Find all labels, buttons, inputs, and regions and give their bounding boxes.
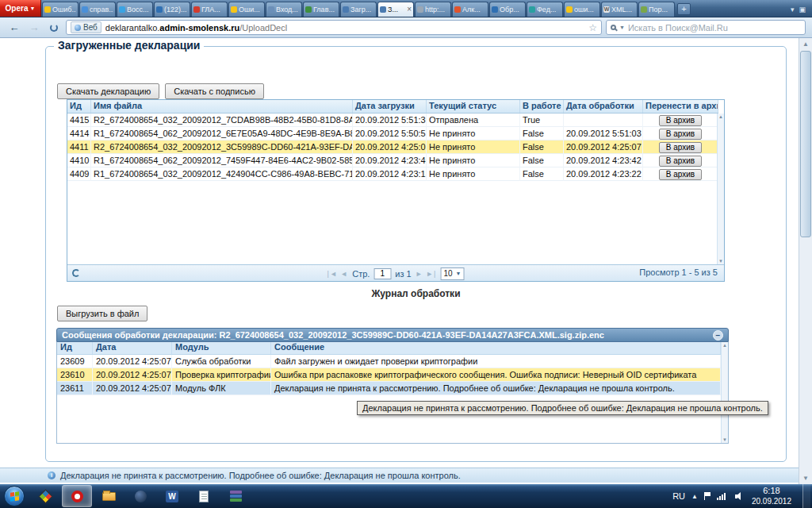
archive-button[interactable]: В архив — [659, 115, 702, 126]
scrollbar-thumb[interactable] — [800, 51, 811, 237]
column-header[interactable]: Сообщение — [271, 342, 721, 354]
opera-menu-button[interactable]: Opera ▼ — [0, 0, 41, 17]
reload-button[interactable] — [46, 20, 62, 36]
web-badge[interactable]: Веб — [71, 21, 102, 33]
language-indicator[interactable]: RU — [672, 491, 685, 501]
scroll-up-icon[interactable]: ▲ — [722, 343, 728, 348]
table-row[interactable]: 4411R2_6724008654_032_20092012_3C59989C-… — [67, 140, 718, 154]
browser-tab[interactable]: Ошиб... — [42, 2, 79, 17]
collapse-button[interactable]: − — [713, 330, 723, 341]
bookmark-star-icon[interactable]: ☆ — [588, 22, 597, 33]
scroll-down-icon[interactable]: ▼ — [718, 259, 724, 264]
scroll-down-icon[interactable]: ▼ — [799, 472, 812, 484]
page-size-select[interactable]: 10 ▼ — [440, 267, 464, 280]
browser-tab[interactable]: ГЛА... — [191, 2, 228, 17]
taskbar-item-opera[interactable] — [62, 485, 92, 507]
panels-icon[interactable]: ▣ — [799, 6, 806, 13]
hidden-icons-chevron-icon[interactable]: ▲ — [691, 493, 698, 500]
page-input[interactable] — [373, 268, 391, 279]
browser-tab[interactable]: Глав... — [303, 2, 339, 17]
column-header[interactable]: Дата загрузки — [353, 100, 427, 113]
column-header[interactable]: Ид — [67, 100, 91, 113]
column-header[interactable]: Имя файла — [91, 100, 353, 113]
column-header[interactable]: В работе — [520, 100, 564, 113]
table-row[interactable]: 4414R1_6724008654_062_20092012_6E7E05A9-… — [67, 127, 718, 140]
network-icon[interactable] — [717, 493, 726, 500]
tab-label: оши... — [574, 6, 594, 13]
cell: Не принято — [427, 127, 520, 140]
last-page-icon[interactable]: ► ►| — [416, 270, 437, 278]
scroll-up-icon[interactable]: ▲ — [799, 38, 812, 50]
column-header[interactable]: Перенести в архив — [643, 100, 718, 113]
download-signed-button[interactable]: Скачать с подписью — [165, 83, 264, 99]
start-button[interactable] — [4, 486, 25, 506]
browser-tab[interactable]: Обр... — [489, 2, 526, 17]
scroll-up-icon[interactable]: ▲ — [718, 114, 724, 119]
browser-tab[interactable]: оши... — [564, 2, 600, 17]
url-field[interactable]: Веб deklarantalko.admin-smolensk.ru/Uplo… — [66, 20, 602, 35]
column-header[interactable]: Ид — [57, 342, 93, 354]
taskbar-item-word[interactable]: W — [157, 485, 187, 507]
closed-tabs-icon[interactable]: ▾ — [791, 6, 795, 13]
clock[interactable]: 6:18 20.09.2012 — [747, 486, 796, 506]
messages-panel-title: Сообщения обработки декларации: R2_67240… — [62, 330, 713, 340]
column-header[interactable]: Дата обработки — [564, 100, 643, 113]
journal-row[interactable]: 2361120.09.2012 4:25:07Модуль ФЛКДеклара… — [57, 382, 721, 395]
archive-button[interactable]: В архив — [659, 142, 702, 153]
browser-tab[interactable]: Загр... — [340, 2, 377, 17]
column-header[interactable]: Дата — [93, 342, 172, 354]
browser-tab[interactable]: WXML... — [601, 2, 638, 17]
browser-tab[interactable]: Фед... — [527, 2, 563, 17]
pager-refresh-button[interactable] — [72, 269, 80, 277]
vertical-scrollbar[interactable]: ▲ ▼ — [799, 38, 812, 484]
taskbar-item-torrent[interactable] — [125, 485, 155, 507]
taskbar-item-document[interactable] — [189, 485, 219, 507]
search-engine-caret-icon[interactable]: ▼ — [619, 25, 625, 30]
table-row[interactable]: 4409R1_6724008654_032_20092012_424904CC-… — [67, 167, 718, 181]
cell: Ошибка при распаковке криптографического… — [271, 368, 721, 381]
table-row[interactable]: 4410R1_6724008654_062_20092012_7459F447-… — [67, 154, 718, 167]
browser-tab[interactable]: З...× — [377, 2, 414, 17]
grid-scrollbar[interactable]: ▲▼ — [717, 114, 724, 264]
journal-row[interactable]: 2361020.09.2012 4:25:07Проверка криптогр… — [57, 368, 721, 382]
export-to-file-button[interactable]: Выгрузить в файл — [57, 306, 147, 321]
scroll-down-icon[interactable]: ▼ — [722, 437, 728, 442]
new-tab-button[interactable]: + — [677, 3, 691, 15]
tab-label: Вход... — [276, 6, 298, 13]
tab-favicon-icon — [529, 6, 535, 13]
browser-tab[interactable]: http:... — [415, 2, 451, 17]
archive-button[interactable]: В архив — [659, 129, 702, 140]
web-badge-label: Веб — [83, 23, 98, 32]
browser-tab[interactable]: (122)... — [154, 2, 190, 17]
back-button[interactable]: ← — [6, 20, 22, 36]
download-declaration-button[interactable]: Скачать декларацию — [57, 83, 159, 99]
taskbar-item-explorer[interactable] — [94, 485, 124, 507]
column-header[interactable]: Модуль — [172, 342, 271, 354]
browser-tab[interactable]: Оши... — [228, 2, 265, 17]
cell: 20.09.2012 5:51:03 — [564, 127, 643, 140]
column-header[interactable]: Текущий статус — [427, 100, 520, 113]
opera-icon — [71, 491, 83, 502]
table-row[interactable]: 4415R2_6724008654_032_20092012_7CDAB98B-… — [67, 114, 718, 127]
tab-close-icon[interactable]: × — [407, 6, 412, 13]
search-input[interactable]: ▼ Искать в Поиск@Mail.Ru — [606, 20, 806, 35]
archive-button[interactable]: В архив — [659, 156, 702, 167]
action-center-icon[interactable] — [704, 492, 710, 500]
taskbar-item-winrar[interactable] — [220, 485, 251, 507]
journal-scrollbar[interactable]: ▲▼ — [721, 342, 728, 443]
cell: 20.09.2012 4:25:07 — [93, 355, 172, 368]
tab-favicon-icon — [492, 6, 498, 13]
browser-tab[interactable]: Восс... — [117, 2, 153, 17]
forward-button[interactable]: → — [26, 20, 42, 36]
browser-tab[interactable]: Алк... — [452, 2, 488, 17]
cell: 20.09.2012 4:23:22 — [564, 167, 643, 181]
archive-button[interactable]: В архив — [659, 169, 702, 180]
journal-row[interactable]: 2360920.09.2012 4:25:07Служба обработкиФ… — [57, 355, 721, 368]
browser-tab[interactable]: Пор... — [638, 2, 675, 17]
taskbar-item-antivirus[interactable] — [30, 485, 60, 507]
show-desktop-button[interactable] — [802, 484, 810, 508]
first-page-icon[interactable]: |◄ ◄ — [327, 270, 349, 278]
browser-tab[interactable]: справ... — [79, 2, 116, 17]
volume-icon[interactable] — [732, 492, 741, 500]
browser-tab[interactable]: Вход... — [266, 2, 302, 17]
